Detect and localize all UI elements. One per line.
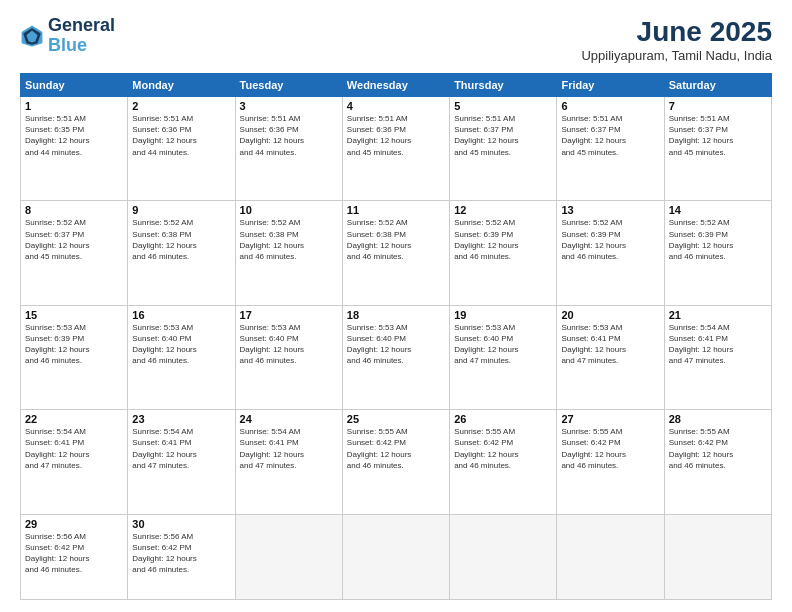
- day-13: 13 Sunrise: 5:52 AMSunset: 6:39 PMDaylig…: [557, 201, 664, 305]
- col-sunday: Sunday: [21, 74, 128, 97]
- day-10: 10 Sunrise: 5:52 AMSunset: 6:38 PMDaylig…: [235, 201, 342, 305]
- col-wednesday: Wednesday: [342, 74, 449, 97]
- col-thursday: Thursday: [450, 74, 557, 97]
- day-11: 11 Sunrise: 5:52 AMSunset: 6:38 PMDaylig…: [342, 201, 449, 305]
- day-19: 19 Sunrise: 5:53 AMSunset: 6:40 PMDaylig…: [450, 305, 557, 409]
- day-1: 1 Sunrise: 5:51 AMSunset: 6:35 PMDayligh…: [21, 97, 128, 201]
- day-6: 6 Sunrise: 5:51 AMSunset: 6:37 PMDayligh…: [557, 97, 664, 201]
- empty-cell-2: [342, 514, 449, 599]
- col-monday: Monday: [128, 74, 235, 97]
- day-9: 9 Sunrise: 5:52 AMSunset: 6:38 PMDayligh…: [128, 201, 235, 305]
- calendar-table: Sunday Monday Tuesday Wednesday Thursday…: [20, 73, 772, 600]
- day-12: 12 Sunrise: 5:52 AMSunset: 6:39 PMDaylig…: [450, 201, 557, 305]
- day-25: 25 Sunrise: 5:55 AMSunset: 6:42 PMDaylig…: [342, 410, 449, 514]
- day-7: 7 Sunrise: 5:51 AMSunset: 6:37 PMDayligh…: [664, 97, 771, 201]
- day-5: 5 Sunrise: 5:51 AMSunset: 6:37 PMDayligh…: [450, 97, 557, 201]
- empty-cell-1: [235, 514, 342, 599]
- col-tuesday: Tuesday: [235, 74, 342, 97]
- page: GeneralBlue June 2025 Uppiliyapuram, Tam…: [0, 0, 792, 612]
- col-saturday: Saturday: [664, 74, 771, 97]
- day-23: 23 Sunrise: 5:54 AMSunset: 6:41 PMDaylig…: [128, 410, 235, 514]
- empty-cell-5: [664, 514, 771, 599]
- day-24: 24 Sunrise: 5:54 AMSunset: 6:41 PMDaylig…: [235, 410, 342, 514]
- col-friday: Friday: [557, 74, 664, 97]
- week-row-2: 8 Sunrise: 5:52 AMSunset: 6:37 PMDayligh…: [21, 201, 772, 305]
- day-4: 4 Sunrise: 5:51 AMSunset: 6:36 PMDayligh…: [342, 97, 449, 201]
- day-14: 14 Sunrise: 5:52 AMSunset: 6:39 PMDaylig…: [664, 201, 771, 305]
- day-26: 26 Sunrise: 5:55 AMSunset: 6:42 PMDaylig…: [450, 410, 557, 514]
- day-21: 21 Sunrise: 5:54 AMSunset: 6:41 PMDaylig…: [664, 305, 771, 409]
- day-27: 27 Sunrise: 5:55 AMSunset: 6:42 PMDaylig…: [557, 410, 664, 514]
- day-30: 30 Sunrise: 5:56 AMSunset: 6:42 PMDaylig…: [128, 514, 235, 599]
- calendar-header-row: Sunday Monday Tuesday Wednesday Thursday…: [21, 74, 772, 97]
- logo-text: GeneralBlue: [48, 16, 115, 56]
- day-2: 2 Sunrise: 5:51 AMSunset: 6:36 PMDayligh…: [128, 97, 235, 201]
- day-16: 16 Sunrise: 5:53 AMSunset: 6:40 PMDaylig…: [128, 305, 235, 409]
- day-20: 20 Sunrise: 5:53 AMSunset: 6:41 PMDaylig…: [557, 305, 664, 409]
- logo-icon: [20, 24, 44, 48]
- title-block: June 2025 Uppiliyapuram, Tamil Nadu, Ind…: [581, 16, 772, 63]
- day-3: 3 Sunrise: 5:51 AMSunset: 6:36 PMDayligh…: [235, 97, 342, 201]
- day-15: 15 Sunrise: 5:53 AMSunset: 6:39 PMDaylig…: [21, 305, 128, 409]
- week-row-4: 22 Sunrise: 5:54 AMSunset: 6:41 PMDaylig…: [21, 410, 772, 514]
- logo: GeneralBlue: [20, 16, 115, 56]
- empty-cell-3: [450, 514, 557, 599]
- day-18: 18 Sunrise: 5:53 AMSunset: 6:40 PMDaylig…: [342, 305, 449, 409]
- day-8: 8 Sunrise: 5:52 AMSunset: 6:37 PMDayligh…: [21, 201, 128, 305]
- empty-cell-4: [557, 514, 664, 599]
- day-17: 17 Sunrise: 5:53 AMSunset: 6:40 PMDaylig…: [235, 305, 342, 409]
- week-row-3: 15 Sunrise: 5:53 AMSunset: 6:39 PMDaylig…: [21, 305, 772, 409]
- day-29: 29 Sunrise: 5:56 AMSunset: 6:42 PMDaylig…: [21, 514, 128, 599]
- day-28: 28 Sunrise: 5:55 AMSunset: 6:42 PMDaylig…: [664, 410, 771, 514]
- week-row-5: 29 Sunrise: 5:56 AMSunset: 6:42 PMDaylig…: [21, 514, 772, 599]
- header: GeneralBlue June 2025 Uppiliyapuram, Tam…: [20, 16, 772, 63]
- week-row-1: 1 Sunrise: 5:51 AMSunset: 6:35 PMDayligh…: [21, 97, 772, 201]
- month-title: June 2025: [581, 16, 772, 48]
- location-subtitle: Uppiliyapuram, Tamil Nadu, India: [581, 48, 772, 63]
- day-22: 22 Sunrise: 5:54 AMSunset: 6:41 PMDaylig…: [21, 410, 128, 514]
